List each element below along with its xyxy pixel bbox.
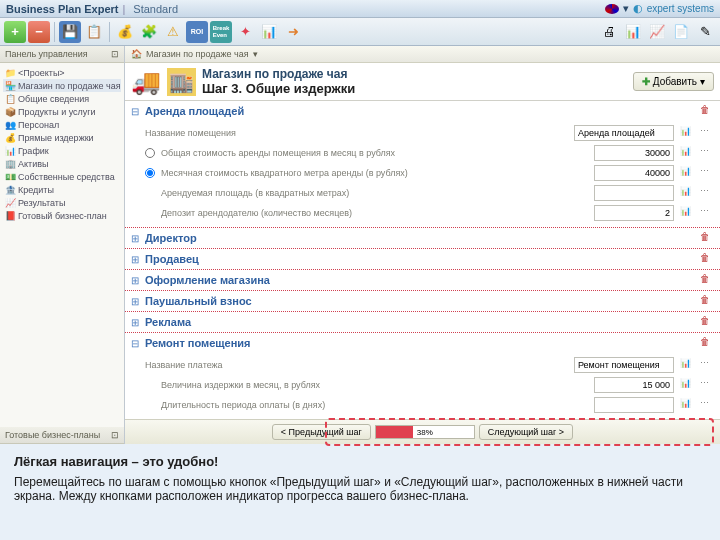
sidebar-footer[interactable]: Готовые бизнес-планы⊡ (0, 427, 124, 444)
value-input[interactable] (594, 165, 674, 181)
chart-icon[interactable]: 📊 (680, 126, 694, 140)
chart-icon[interactable]: 📊 (680, 378, 694, 392)
more-icon[interactable]: ⋯ (700, 398, 714, 412)
cost-section: ⊞Оформление магазина🗑 (125, 270, 720, 291)
dropdown-icon[interactable]: ▾ (623, 2, 629, 15)
more-icon[interactable]: ⋯ (700, 186, 714, 200)
tree-item[interactable]: 📈Результаты (3, 196, 121, 209)
section-name[interactable]: Аренда площадей (145, 105, 696, 117)
tree-item[interactable]: 💰Прямые издержки (3, 131, 121, 144)
sidebar: Панель управления⊡ 📁<Проекты>🏪Магазин по… (0, 46, 125, 444)
tool-button[interactable]: 📈 (646, 21, 668, 43)
home-icon[interactable]: 🏠 (131, 49, 142, 59)
expand-icon[interactable]: ⊟ (131, 106, 141, 117)
chevron-down-icon[interactable]: ▾ (253, 49, 258, 59)
tree-item[interactable]: 🏢Активы (3, 157, 121, 170)
step-header: 🚚 🏬 Магазин по продаже чая Шаг 3. Общие … (125, 63, 720, 101)
arrow-button[interactable]: ➜ (282, 21, 304, 43)
value-input[interactable] (594, 377, 674, 393)
more-icon[interactable]: ⋯ (700, 166, 714, 180)
tree-item[interactable]: 📊График (3, 144, 121, 157)
chart-icon[interactable]: 📊 (680, 146, 694, 160)
breakeven-button[interactable]: BreakEven (210, 21, 232, 43)
tree-item[interactable]: 🏪Магазин по продаже чая (3, 79, 121, 92)
delete-icon[interactable]: 🗑 (700, 104, 714, 118)
delete-icon[interactable]: 🗑 (700, 336, 714, 350)
tool-button[interactable]: ✎ (694, 21, 716, 43)
tree-item[interactable]: 📋Общие сведения (3, 92, 121, 105)
delete-icon[interactable]: 🗑 (700, 273, 714, 287)
locale-icon[interactable] (605, 4, 619, 14)
radio[interactable] (145, 148, 155, 158)
delete-icon[interactable]: 🗑 (700, 252, 714, 266)
section-name[interactable]: Оформление магазина (145, 274, 696, 286)
save-button[interactable]: 💾 (59, 21, 81, 43)
next-step-button[interactable]: Следующий шаг > (479, 424, 573, 440)
new-button[interactable]: + (4, 21, 26, 43)
tree-item[interactable]: 📦Продукты и услуги (3, 105, 121, 118)
chart-icon[interactable]: 📊 (680, 358, 694, 372)
delete-icon[interactable]: 🗑 (700, 231, 714, 245)
expand-icon[interactable]: ⊟ (131, 338, 141, 349)
section-name[interactable]: Паушальный взнос (145, 295, 696, 307)
more-icon[interactable]: ⋯ (700, 126, 714, 140)
value-input[interactable] (594, 397, 674, 413)
money-button[interactable]: 💰 (114, 21, 136, 43)
pin-icon[interactable]: ⊡ (111, 49, 119, 59)
warn-button[interactable]: ⚠ (162, 21, 184, 43)
tree-icon: 🏪 (5, 81, 15, 91)
tree-item[interactable]: 📕Готовый бизнес-план (3, 209, 121, 222)
tool-button[interactable]: 📊 (622, 21, 644, 43)
more-icon[interactable]: ⋯ (700, 146, 714, 160)
chart-icon[interactable]: 📊 (680, 398, 694, 412)
chart-icon[interactable]: 📊 (680, 186, 694, 200)
radio[interactable] (145, 168, 155, 178)
cost-section: ⊞Реклама🗑 (125, 312, 720, 333)
expand-icon[interactable]: ⊞ (131, 275, 141, 286)
tree-item[interactable]: 🏦Кредиты (3, 183, 121, 196)
prev-step-button[interactable]: < Предыдущий шаг (272, 424, 371, 440)
value-input[interactable] (594, 205, 674, 221)
expand-icon[interactable]: ⊞ (131, 254, 141, 265)
roi-button[interactable]: ROI (186, 21, 208, 43)
chart-button[interactable]: 📊 (258, 21, 280, 43)
more-icon[interactable]: ⋯ (700, 206, 714, 220)
value-input[interactable] (594, 185, 674, 201)
section-name[interactable]: Продавец (145, 253, 696, 265)
delete-icon[interactable]: 🗑 (700, 294, 714, 308)
section-name[interactable]: Директор (145, 232, 696, 244)
cost-section: ⊞Директор🗑 (125, 228, 720, 249)
breadcrumb[interactable]: 🏠 Магазин по продаже чая ▾ (125, 46, 720, 63)
star-button[interactable]: ✦ (234, 21, 256, 43)
puzzle-button[interactable]: 🧩 (138, 21, 160, 43)
section-name[interactable]: Реклама (145, 316, 696, 328)
chart-icon[interactable]: 📊 (680, 206, 694, 220)
field-label: Длительность периода оплаты (в днях) (161, 400, 588, 410)
tree-label: Кредиты (18, 185, 54, 195)
add-button[interactable]: ✚ Добавить▾ (633, 72, 714, 91)
brand: expert systems (647, 3, 714, 14)
value-input[interactable] (594, 145, 674, 161)
section-name[interactable]: Ремонт помещения (145, 337, 696, 349)
tree: 📁<Проекты>🏪Магазин по продаже чая📋Общие … (0, 63, 124, 427)
dropdown[interactable] (574, 125, 674, 141)
delete-icon[interactable]: 🗑 (700, 315, 714, 329)
edition: Standard (133, 3, 178, 15)
tool-button[interactable]: 📄 (670, 21, 692, 43)
field-label: Арендуемая площадь (в квадратных метрах) (161, 188, 588, 198)
copy-button[interactable]: 📋 (83, 21, 105, 43)
tree-item[interactable]: 👥Персонал (3, 118, 121, 131)
expand-icon[interactable]: ⊞ (131, 233, 141, 244)
more-icon[interactable]: ⋯ (700, 378, 714, 392)
tool-button[interactable]: 🖨 (598, 21, 620, 43)
expand-icon[interactable]: ⊞ (131, 317, 141, 328)
delete-button[interactable]: − (28, 21, 50, 43)
step-title: Шаг 3. Общие издержки (202, 81, 355, 96)
expand-icon[interactable]: ⊞ (131, 296, 141, 307)
tree-item[interactable]: 📁<Проекты> (3, 66, 121, 79)
chart-icon[interactable]: 📊 (680, 166, 694, 180)
tree-icon: 🏦 (5, 185, 15, 195)
tree-item[interactable]: 💵Собственные средства (3, 170, 121, 183)
more-icon[interactable]: ⋯ (700, 358, 714, 372)
dropdown[interactable] (574, 357, 674, 373)
